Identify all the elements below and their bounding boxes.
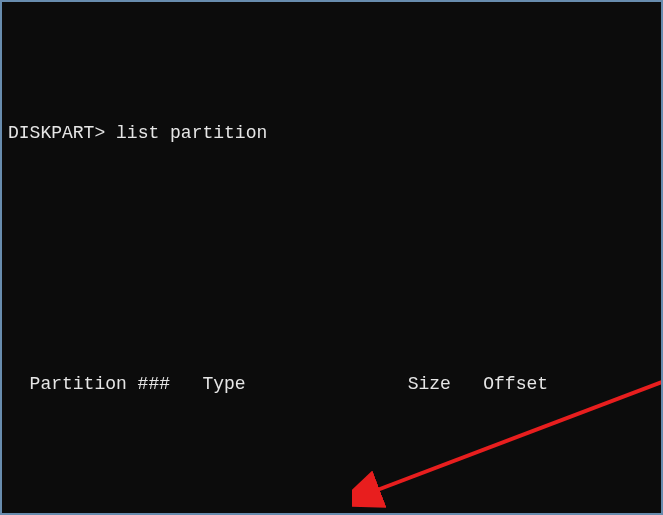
hdr-partition: Partition ### bbox=[30, 371, 203, 399]
table-header: Partition ###TypeSizeOffset bbox=[8, 371, 653, 399]
cmd-line-list: DISKPART> list partition bbox=[8, 120, 653, 148]
hdr-size: Size bbox=[332, 371, 451, 399]
terminal-window[interactable]: DISKPART> list partition Partition ###Ty… bbox=[0, 0, 663, 515]
prompt: DISKPART> bbox=[8, 123, 105, 143]
dash-partition: ------------- bbox=[30, 510, 203, 515]
hdr-offset: Offset bbox=[451, 371, 548, 399]
dash-type: ---------------- bbox=[202, 510, 332, 515]
blank-line bbox=[8, 231, 653, 259]
dash-offset: ------- bbox=[451, 510, 548, 515]
cmd-list: list partition bbox=[116, 123, 267, 143]
hdr-type: Type bbox=[202, 371, 332, 399]
svg-line-1 bbox=[372, 382, 662, 492]
table-divider: ----------------------------------------… bbox=[8, 510, 653, 515]
dash-size: ------- bbox=[332, 510, 451, 515]
